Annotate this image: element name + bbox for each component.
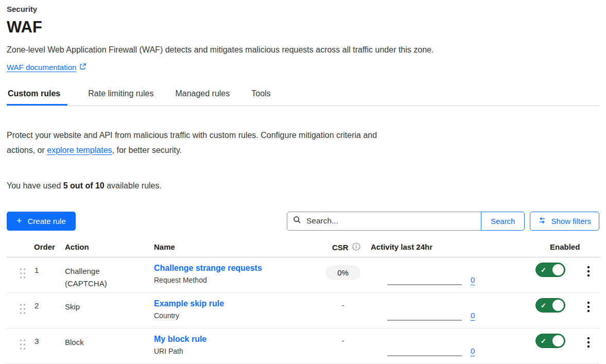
show-filters-button[interactable]: Show filters [530, 212, 599, 231]
search-box [287, 212, 481, 231]
enabled-toggle[interactable]: ✓ [535, 334, 565, 348]
table-header-row: Order Action Name CSR Activity last 24hr… [7, 242, 599, 257]
tab-custom-rules[interactable]: Custom rules [7, 89, 67, 106]
usage-count: 5 out of 10 [63, 181, 105, 190]
activity-count-link[interactable]: 0 [471, 311, 475, 319]
info-icon[interactable] [352, 242, 360, 252]
activity-sparkline [387, 284, 462, 285]
activity-sparkline [387, 355, 462, 356]
tab-managed-rules[interactable]: Managed rules [174, 89, 231, 106]
toggle-knob [552, 264, 564, 275]
activity-count-link[interactable]: 0 [471, 347, 475, 355]
explore-templates-link[interactable]: explore templates [47, 146, 112, 154]
breadcrumb-security: Security [7, 5, 599, 13]
rule-name-link[interactable]: Example skip rule [154, 299, 224, 308]
header-spacer [579, 242, 599, 252]
tab-tools[interactable]: Tools [250, 89, 271, 106]
search-group: Search Show filters [287, 212, 599, 231]
row-order: 1 [29, 257, 58, 292]
tab-bar: Custom rulesRate limiting rulesManaged r… [7, 89, 599, 106]
column-header-activity: Activity last 24hr [366, 242, 517, 252]
rules-usage-text: You have used 5 out of 10 available rule… [7, 181, 599, 190]
check-icon: ✓ [541, 266, 546, 273]
create-rule-button[interactable]: + Create rule [7, 212, 76, 231]
drag-handle-icon[interactable] [7, 293, 29, 328]
usage-after: available rules. [105, 181, 162, 190]
table-row: 3 Block My block rule URI Path - 0 ✓ [7, 328, 599, 364]
search-icon [293, 216, 301, 226]
plus-icon: + [16, 216, 22, 226]
waf-documentation-label: WAF documentation [7, 63, 76, 72]
row-order: 3 [29, 328, 58, 363]
drag-handle-icon[interactable] [7, 257, 29, 292]
table-body: 1 Challenge (CAPTCHA) Challenge strange … [7, 257, 599, 364]
row-action: Skip [58, 293, 119, 328]
table-row: 1 Challenge (CAPTCHA) Challenge strange … [7, 257, 599, 293]
row-action: Challenge (CAPTCHA) [58, 257, 119, 292]
kebab-menu-icon[interactable] [586, 300, 591, 316]
table-row: 2 Skip Example skip rule Country - 0 ✓ [7, 293, 599, 328]
external-link-icon [79, 63, 86, 72]
intro-text: Protect your website and API from malici… [7, 128, 387, 158]
toggle-knob [552, 335, 564, 346]
kebab-menu-icon[interactable] [586, 264, 591, 281]
header-spacer [7, 242, 29, 252]
toggle-knob [552, 300, 564, 311]
drag-handle-icon[interactable] [7, 328, 29, 363]
csr-value: - [342, 301, 344, 309]
intro-after: , for better security. [112, 146, 182, 154]
column-header-order: Order [29, 242, 58, 252]
kebab-menu-icon[interactable] [586, 335, 591, 352]
show-filters-label: Show filters [551, 217, 591, 226]
column-header-name: Name [147, 242, 320, 252]
page-description: Zone-level Web Application Firewall (WAF… [7, 45, 599, 55]
rule-name-link[interactable]: My block rule [154, 335, 206, 344]
check-icon: ✓ [541, 301, 546, 309]
column-header-csr: CSR [320, 242, 366, 252]
row-order: 2 [29, 293, 58, 328]
rules-table: Order Action Name CSR Activity last 24hr… [7, 242, 599, 364]
tab-rate-limiting-rules[interactable]: Rate limiting rules [87, 89, 154, 106]
column-header-action: Action [58, 242, 147, 252]
rule-name-link[interactable]: Challenge strange requests [154, 264, 262, 273]
rule-field: Country [154, 311, 320, 320]
csr-value: 0% [325, 265, 360, 280]
waf-documentation-link[interactable]: WAF documentation [7, 63, 86, 72]
page-title: WAF [7, 18, 599, 37]
create-rule-label: Create rule [28, 217, 66, 226]
enabled-toggle[interactable]: ✓ [535, 263, 565, 277]
search-button[interactable]: Search [481, 212, 525, 231]
check-icon: ✓ [541, 337, 546, 344]
column-header-enabled: Enabled [517, 242, 579, 252]
row-action: Block [58, 328, 119, 363]
swap-arrows-icon [538, 216, 546, 226]
activity-sparkline [387, 320, 462, 321]
rule-field: Request Method [154, 276, 320, 284]
search-input[interactable] [305, 216, 475, 226]
csr-value: - [342, 336, 344, 345]
usage-before: You have used [7, 181, 63, 190]
rules-toolbar: + Create rule Search [7, 212, 599, 231]
csr-header-label: CSR [332, 243, 349, 252]
activity-count-link[interactable]: 0 [471, 276, 475, 284]
enabled-toggle[interactable]: ✓ [535, 298, 565, 313]
waf-page: Security WAF Zone-level Web Application … [0, 0, 606, 364]
rule-field: URI Path [154, 347, 320, 355]
